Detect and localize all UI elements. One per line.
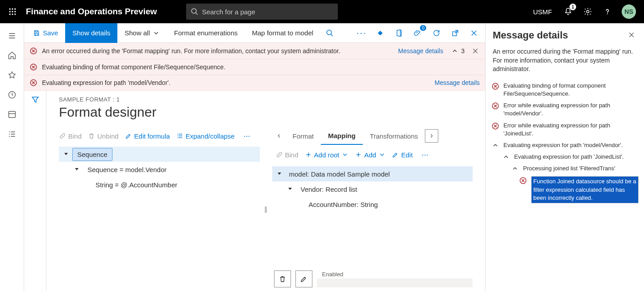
nav-expand-button[interactable] — [3, 27, 21, 45]
error-icon — [29, 47, 37, 55]
tree-node[interactable]: model: Data model Sample model — [272, 166, 473, 181]
link-icon — [276, 151, 283, 158]
error-icon — [29, 63, 37, 71]
close-page-button[interactable] — [465, 23, 483, 43]
details-item[interactable]: Processing joined list 'FilteredTrans' — [491, 163, 639, 174]
details-item[interactable]: Evaluating binding of format component F… — [491, 80, 639, 100]
details-item[interactable]: Error while evaluating expression for pa… — [491, 100, 639, 119]
search-input[interactable] — [202, 8, 333, 16]
waffle-icon[interactable] — [4, 3, 21, 21]
filter-icon[interactable] — [31, 95, 40, 104]
user-avatar[interactable]: NS — [622, 4, 636, 19]
tree-node[interactable]: String = @.AccountNumber — [59, 177, 260, 192]
enabled-field[interactable] — [317, 278, 473, 287]
right-overflow-button[interactable]: ··· — [419, 150, 431, 160]
right-tree: model: Data model Sample model Vendor: R… — [272, 164, 473, 212]
top-bar: Finance and Operations Preview USMF 1 NS — [0, 0, 644, 23]
left-overflow-button[interactable]: ··· — [241, 131, 253, 141]
notifications-button[interactable]: 1 — [558, 0, 578, 23]
overflow-button[interactable]: ··· — [352, 23, 371, 43]
tab-format[interactable]: Format — [286, 127, 321, 145]
left-tree: Sequence Sequence = model.Vendor String … — [59, 145, 260, 192]
attachments-button[interactable]: 0 — [408, 23, 427, 43]
details-item[interactable]: Evaluating expression for path 'JoinedLi… — [491, 151, 639, 163]
tree-node-label: Sequence — [72, 148, 112, 161]
tree-node-label: Sequence = model.Vendor — [83, 164, 171, 176]
trash-icon — [88, 132, 95, 139]
nav-workspaces[interactable] — [3, 105, 21, 123]
attachments-badge: 0 — [420, 25, 426, 31]
related-button[interactable] — [371, 23, 390, 43]
tab-mapping[interactable]: Mapping — [321, 127, 363, 145]
pencil-icon — [125, 132, 132, 139]
format-enumerations-button[interactable]: Format enumerations — [167, 23, 245, 43]
edit-formula-button[interactable]: Edit formula — [125, 132, 170, 140]
add-button[interactable]: Add — [355, 151, 386, 159]
expand-toggle-icon[interactable] — [62, 151, 70, 158]
bottom-toolbar: Enabled — [272, 267, 473, 291]
edit-button[interactable]: Edit — [392, 151, 413, 159]
chevron-down-icon — [378, 151, 386, 158]
message-details-link[interactable]: Message details — [435, 79, 480, 86]
popout-button[interactable] — [446, 23, 465, 43]
expand-toggle-icon[interactable] — [73, 166, 80, 173]
error-row: Evaluating expression for path 'model/Ve… — [24, 75, 485, 91]
notification-badge: 1 — [569, 4, 576, 10]
bind-button[interactable]: Bind — [59, 132, 82, 140]
expand-toggle-icon[interactable] — [287, 186, 294, 193]
error-row: An error occurred during the 'Format map… — [24, 43, 485, 59]
nav-home[interactable] — [3, 46, 21, 64]
settings-button[interactable] — [578, 0, 598, 23]
error-collapse-toggle[interactable]: 3 — [451, 47, 465, 55]
nav-recent[interactable] — [3, 86, 21, 104]
save-button[interactable]: Save — [26, 23, 65, 43]
error-text: An error occurred during the 'Format map… — [42, 47, 391, 55]
list-tree-icon — [176, 132, 183, 139]
refresh-button[interactable] — [427, 23, 446, 43]
tab-transformations[interactable]: Transformations — [363, 127, 425, 145]
nav-favorites[interactable] — [3, 66, 21, 84]
expand-collapse-button[interactable]: Expand/collapse — [176, 132, 235, 140]
error-count: 3 — [461, 47, 465, 55]
nav-modules[interactable] — [3, 125, 21, 143]
details-item[interactable]: Function Joined datasource should be a f… — [491, 174, 639, 205]
show-all-label: Show all — [125, 29, 150, 37]
search-icon — [191, 8, 199, 16]
office-button[interactable] — [390, 23, 408, 43]
close-details-button[interactable] — [626, 30, 637, 40]
delete-button[interactable] — [274, 270, 291, 287]
app-title: Finance and Operations Preview — [26, 7, 157, 17]
show-all-button[interactable]: Show all — [117, 23, 167, 43]
error-icon — [29, 79, 37, 87]
tree-node[interactable]: AccountNumber: String — [272, 197, 473, 212]
unbind-button[interactable]: Unbind — [88, 132, 119, 140]
tree-node[interactable]: Sequence = model.Vendor — [59, 162, 260, 177]
tree-node[interactable]: Vendor: Record list — [272, 181, 473, 197]
chevron-down-icon — [341, 151, 349, 158]
bind-button[interactable]: Bind — [276, 151, 299, 159]
show-details-button[interactable]: Show details — [65, 23, 117, 43]
error-close-button[interactable] — [471, 46, 480, 55]
message-details-link[interactable]: Message details — [398, 47, 443, 55]
show-details-label: Show details — [72, 29, 110, 37]
enabled-label: Enabled — [322, 271, 473, 278]
edit-properties-button[interactable] — [295, 270, 312, 287]
search-box[interactable] — [186, 4, 338, 20]
expand-toggle-icon[interactable] — [276, 170, 283, 177]
find-button[interactable] — [320, 23, 339, 43]
details-title: Message details — [493, 30, 626, 41]
details-subtitle: An error occurred during the 'Format map… — [486, 43, 644, 78]
details-item[interactable]: Error while evaluating expression for pa… — [491, 120, 639, 139]
pane-splitter[interactable]: ‖ — [263, 127, 269, 291]
map-format-to-model-button[interactable]: Map format to model — [245, 23, 321, 43]
tree-node-label: AccountNumber: String — [304, 198, 382, 211]
help-button[interactable] — [598, 0, 617, 23]
legal-entity-picker[interactable]: USMF — [527, 0, 559, 23]
chevron-up-icon — [451, 47, 458, 55]
tabs-next-button[interactable] — [425, 129, 438, 143]
tabs-prev-button[interactable] — [272, 129, 286, 143]
details-item[interactable]: Evaluating expression for path 'model/Ve… — [491, 139, 639, 151]
tree-node[interactable]: Sequence — [59, 147, 260, 162]
message-details-pane: Message details An error occurred during… — [486, 23, 644, 291]
add-root-button[interactable]: Add root — [305, 151, 349, 159]
